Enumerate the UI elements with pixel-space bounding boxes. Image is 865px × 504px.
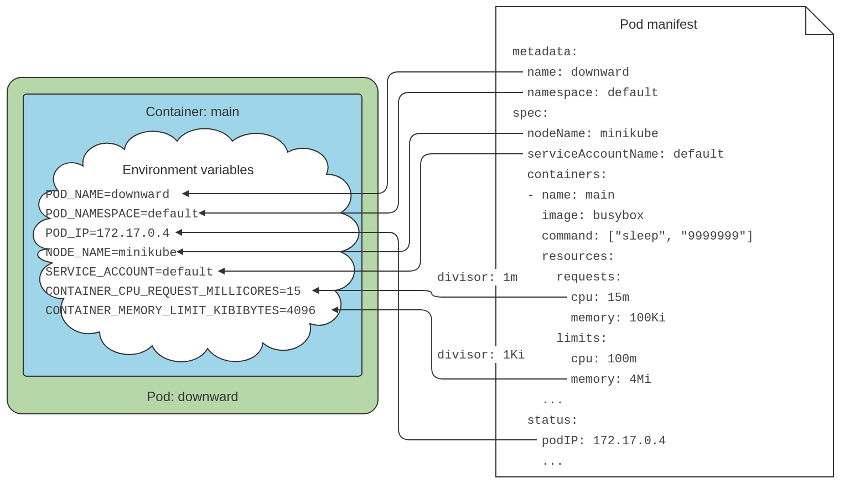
manifest-line: ... (512, 393, 563, 407)
manifest-line: command: ["sleep", "9999999"] (512, 230, 754, 243)
env-var: SERVICE_ACCOUNT=default (45, 266, 214, 279)
env-var: POD_NAMESPACE=default (45, 207, 199, 221)
manifest-line: spec: (512, 107, 549, 121)
manifest-line: namespace: default (512, 86, 659, 100)
manifest-title: Pod manifest (620, 17, 697, 32)
manifest-line: resources: (512, 250, 615, 264)
manifest-line: - name: main (512, 189, 615, 202)
manifest-line: containers: (512, 168, 608, 182)
manifest-line: limits: (512, 332, 608, 346)
manifest-line: ... (512, 455, 563, 469)
env-var: CONTAINER_CPU_REQUEST_MILLICORES=15 (45, 285, 301, 299)
manifest-line: serviceAccountName: default (512, 148, 724, 162)
divisor-label: divisor: 1m (437, 271, 517, 285)
manifest-line: image: busybox (512, 209, 644, 223)
env-var: POD_NAME=downward (45, 188, 169, 202)
manifest-line: memory: 4Mi (512, 373, 651, 387)
manifest-line: status: (512, 414, 578, 428)
manifest-line: memory: 100Ki (512, 311, 666, 325)
pod-label: Pod: downward (147, 389, 238, 404)
env-var: CONTAINER_MEMORY_LIMIT_KIBIBYTES=4096 (45, 304, 315, 318)
divisor-label: divisor: 1Ki (437, 349, 525, 362)
diagram: Pod: downward Container: main Environmen… (0, 0, 865, 504)
manifest-line: cpu: 15m (512, 291, 629, 305)
env-var: NODE_NAME=minikube (45, 246, 177, 260)
env-var: POD_IP=172.17.0.4 (45, 227, 169, 241)
manifest-line: name: downward (512, 66, 629, 80)
manifest-line: podIP: 172.17.0.4 (512, 434, 666, 448)
env-title: Environment variables (122, 162, 253, 177)
manifest-line: metadata: (512, 45, 578, 59)
manifest-line: nodeName: minikube (512, 127, 659, 141)
container-label: Container: main (146, 104, 239, 119)
